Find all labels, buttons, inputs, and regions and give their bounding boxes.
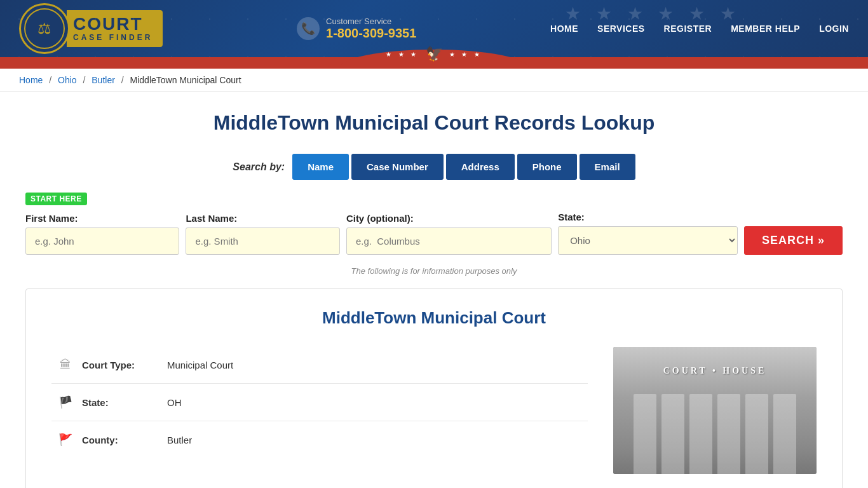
courthouse-columns bbox=[634, 385, 796, 474]
city-input[interactable] bbox=[346, 227, 552, 255]
breadcrumb-sep-2: / bbox=[83, 75, 86, 85]
nav-member-help[interactable]: MEMBER HELP bbox=[731, 24, 800, 34]
search-tabs: Name Case Number Address Phone Email bbox=[292, 154, 635, 180]
courthouse-text-1: COURT • HOUSE bbox=[613, 366, 817, 376]
nav-services[interactable]: SERVICES bbox=[597, 24, 645, 34]
info-table: 🏛 Court Type: Municipal Court 🏴 State: O… bbox=[51, 347, 588, 474]
cs-details: Customer Service 1-800-309-9351 bbox=[326, 17, 416, 41]
state-label: State: bbox=[558, 212, 738, 222]
nav-home[interactable]: HOME bbox=[550, 24, 578, 34]
breadcrumb-current: MiddleTown Municipal Court bbox=[130, 75, 241, 85]
county-value: Butler bbox=[167, 435, 192, 445]
breadcrumb: Home / Ohio / Butler / MiddleTown Munici… bbox=[0, 69, 868, 92]
search-button[interactable]: SEARCH » bbox=[744, 226, 843, 255]
last-name-label: Last Name: bbox=[186, 213, 339, 224]
last-name-group: Last Name: bbox=[186, 213, 339, 255]
form-section: START HERE First Name: Last Name: City (… bbox=[25, 193, 843, 255]
nav-login[interactable]: LOGIN bbox=[819, 24, 849, 34]
search-section: Search by: Name Case Number Address Phon… bbox=[25, 154, 843, 180]
logo-title: COURT bbox=[73, 15, 153, 33]
tab-phone[interactable]: Phone bbox=[517, 154, 577, 180]
info-box-title: MiddleTown Municipal Court bbox=[51, 308, 817, 328]
eagle-icon: 🦅 bbox=[426, 46, 443, 62]
info-content: 🏛 Court Type: Municipal Court 🏴 State: O… bbox=[51, 347, 817, 474]
breadcrumb-home[interactable]: Home bbox=[19, 75, 43, 85]
state-group: State: Ohio Alabama Alaska Arizona Arkan… bbox=[558, 212, 738, 255]
header-stars-decoration: ★ ★ ★ ★ ★ ★ bbox=[565, 3, 741, 24]
logo-area: ⚖ COURT CASE FINDER bbox=[19, 3, 163, 54]
state-info-label: State: bbox=[82, 397, 158, 408]
last-name-input[interactable] bbox=[186, 227, 339, 255]
court-type-value: Municipal Court bbox=[167, 360, 233, 370]
breadcrumb-sep-1: / bbox=[49, 75, 51, 85]
main-content: MiddleTown Municipal Court Records Looku… bbox=[0, 92, 868, 488]
county-label: County: bbox=[82, 435, 158, 445]
court-type-row: 🏛 Court Type: Municipal Court bbox=[51, 347, 588, 384]
eagle-stars-left: ★ ★ ★ bbox=[386, 51, 419, 58]
eagle-emblem: ★ ★ ★ 🦅 ★ ★ ★ bbox=[386, 46, 482, 62]
pillar-3 bbox=[689, 394, 712, 474]
start-here-badge: START HERE bbox=[25, 193, 87, 205]
customer-service: 📞 Customer Service 1-800-309-9351 bbox=[297, 17, 416, 41]
pillar-5 bbox=[745, 394, 768, 474]
eagle-stars-right: ★ ★ ★ bbox=[449, 51, 483, 58]
search-by-label: Search by: bbox=[233, 161, 285, 173]
courthouse-image: COURT • HOUSE bbox=[613, 347, 817, 474]
page-title: MiddleTown Municipal Court Records Looku… bbox=[25, 111, 843, 135]
phone-icon: 📞 bbox=[297, 17, 320, 40]
flag-icon: 🏴 bbox=[58, 395, 73, 409]
city-group: City (optional): bbox=[346, 213, 552, 255]
pillar-6 bbox=[773, 394, 796, 474]
tab-name[interactable]: Name bbox=[292, 154, 349, 180]
logo-icon: ⚖ bbox=[24, 8, 65, 49]
first-name-input[interactable] bbox=[25, 227, 179, 255]
cs-phone: 1-800-309-9351 bbox=[326, 26, 416, 41]
breadcrumb-butler[interactable]: Butler bbox=[92, 75, 115, 85]
court-type-label: Court Type: bbox=[82, 360, 158, 370]
logo-subtitle: CASE FINDER bbox=[73, 33, 153, 42]
logo-badge: ⚖ bbox=[19, 3, 70, 54]
pillar-2 bbox=[661, 394, 684, 474]
state-row: 🏴 State: OH bbox=[51, 384, 588, 421]
info-box: MiddleTown Municipal Court 🏛 Court Type:… bbox=[25, 288, 843, 488]
main-nav: HOME SERVICES REGISTER MEMBER HELP LOGIN bbox=[550, 24, 849, 34]
city-label: City (optional): bbox=[346, 213, 552, 224]
wave-divider: ★ ★ ★ 🦅 ★ ★ ★ bbox=[0, 57, 868, 69]
tab-case-number[interactable]: Case Number bbox=[351, 154, 444, 180]
first-name-group: First Name: bbox=[25, 213, 179, 255]
cs-label: Customer Service bbox=[326, 17, 416, 26]
pillar-4 bbox=[717, 394, 740, 474]
state-select[interactable]: Ohio Alabama Alaska Arizona Arkansas Cal… bbox=[558, 226, 738, 255]
tab-address[interactable]: Address bbox=[446, 154, 515, 180]
nav-register[interactable]: REGISTER bbox=[664, 24, 712, 34]
disclaimer-text: The following is for information purpose… bbox=[25, 266, 843, 276]
county-row: 🚩 County: Butler bbox=[51, 421, 588, 458]
state-info-value: OH bbox=[167, 397, 182, 408]
pillar-1 bbox=[634, 394, 656, 474]
breadcrumb-ohio[interactable]: Ohio bbox=[58, 75, 77, 85]
breadcrumb-sep-3: / bbox=[121, 75, 124, 85]
map-icon: 🚩 bbox=[58, 433, 73, 447]
tab-email[interactable]: Email bbox=[580, 154, 635, 180]
building-icon: 🏛 bbox=[58, 358, 73, 372]
logo-text: COURT CASE FINDER bbox=[67, 10, 163, 47]
search-form-row: First Name: Last Name: City (optional): … bbox=[25, 212, 843, 255]
first-name-label: First Name: bbox=[25, 213, 179, 224]
